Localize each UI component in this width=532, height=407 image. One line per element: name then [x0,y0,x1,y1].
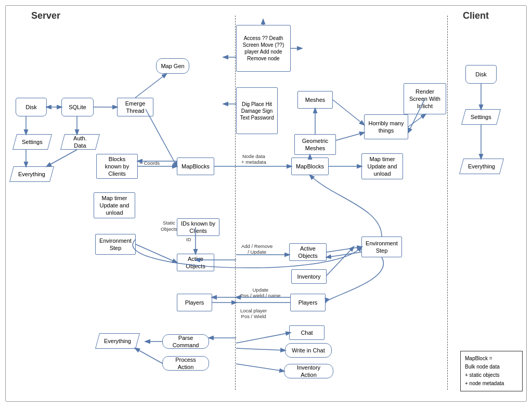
add-remove-label: Add / Remove/ Update [241,243,273,255]
ids-known-node: IDs known by Clients [177,218,219,236]
everything-server2-node: Everything [95,333,140,349]
divider-left [235,16,236,390]
horribly-many-node: Horribly many things [364,114,408,139]
process-action-node: Process Action [162,356,209,371]
disk-server-node: Disk [16,98,47,116]
sqlite-node: SQLite [61,98,94,116]
blocks-known-node: Blocks known by Clients [96,154,138,179]
environment-step-server-node: Environment Step [95,234,136,255]
local-player-label: Local playerPos / Wield [240,308,267,319]
active-objects-server-node: Active Objects [177,254,214,271]
map-timer-client-node: Map timer Update and unload [361,153,403,179]
inventory-node: Inventory [291,269,327,284]
dig-place-node: Dig Place Hit Damage Sign Text Password [236,87,278,134]
mapblocks-server-node: MapBlocks [177,157,214,175]
environment-step-client-node: Environment Step [361,237,402,257]
client-label: Client [463,10,489,21]
chat-node: Chat [289,325,325,340]
settings-server-node: Settings [12,134,52,150]
parse-command-node: Parse Command [162,334,209,349]
render-screen-node: Render Screen With Irrlicht [404,83,446,114]
node-data-label: Node data+ metadata [241,153,266,165]
auth-data-node: Auth. Data [60,134,100,150]
emerge-thread-node: Emerge Thread [117,98,153,116]
map-timer-server-node: Map timer Update and unload [94,192,135,218]
server-label: Server [31,10,60,21]
id-label: ID [186,237,191,242]
settings-client-node: Settings [461,109,501,125]
actions-box-node: Access ?? Death Screen Move (??) player … [236,25,291,72]
update-pos-label: UpdatePos./ wield / name [240,287,281,298]
diagram-container: Server Client Disk SQLite Emerge Thread … [0,0,532,407]
write-in-chat-node: Write in Chat [285,343,332,358]
divider-right [447,16,448,390]
mapblocks-client-node: MapBlocks [291,157,329,175]
coords-label: ←Coords [139,160,160,166]
disk-client-node: Disk [465,65,497,84]
players-server-node: Players [177,294,212,311]
map-gen-node: Map Gen [156,58,189,74]
everything-server-node: Everything [9,166,54,182]
everything-client-node: Everything [459,159,504,174]
meshes-node: Meshes [297,91,333,109]
geometric-meshes-node: Geometric Meshes [294,134,336,155]
players-client-node: Players [290,294,326,311]
legend-box: MapBlock = Bulk node data + static objec… [460,351,523,391]
active-objects-client-node: Active Objects [289,243,327,261]
inventory-action-node: Inventory Action [284,364,333,378]
